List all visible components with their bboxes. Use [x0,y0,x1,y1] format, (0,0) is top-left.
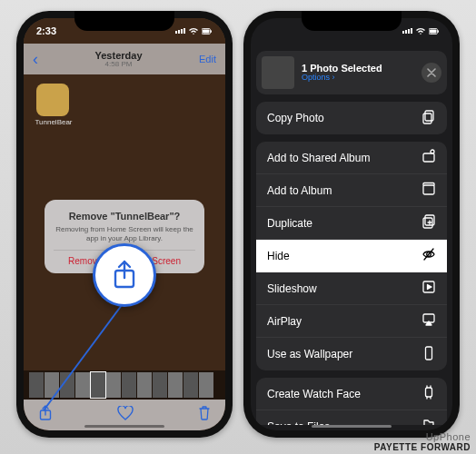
thumb-selected[interactable] [91,372,105,398]
action-label: AirPlay [267,315,302,328]
action-add-to-shared-album[interactable]: Add to Shared Album [256,142,447,174]
copy-icon [421,110,436,124]
app-icon-tunnelbear[interactable] [36,84,69,116]
svg-rect-13 [423,185,434,194]
close-button[interactable] [421,63,441,83]
action-list[interactable]: Copy PhotoAdd to Shared AlbumAdd to Albu… [256,102,447,425]
action-save-to-files[interactable]: Save to Files [256,410,447,425]
slideshow-icon [421,280,436,294]
status-time: 2:33 [36,25,56,36]
files-icon [421,418,436,425]
thumb[interactable] [106,372,121,398]
thumb[interactable] [29,372,44,398]
shared-album-icon [421,149,436,163]
action-label: Use as Wallpaper [267,348,352,360]
photos-navbar: ‹ Yesterday 4:58 PM Edit [24,44,225,74]
svg-rect-11 [423,153,434,162]
close-icon [427,68,436,77]
svg-rect-2 [211,30,212,33]
share-icon [111,260,138,291]
nav-title-block: Yesterday 4:58 PM [95,50,143,69]
svg-point-12 [431,150,434,153]
thumb[interactable] [137,372,152,398]
action-slideshow[interactable]: Slideshow [256,272,447,305]
album-icon [421,182,436,196]
wallpaper-icon [421,346,436,360]
action-group: Copy Photo [256,102,447,134]
thumb[interactable] [60,372,74,398]
action-copy-photo[interactable]: Copy Photo [256,102,447,134]
action-label: Copy Photo [267,112,324,124]
stage: 2:33 ‹ Yesterday 4:58 PM Edit TunnelBear… [0,0,476,454]
thumb[interactable] [183,372,198,398]
battery-icon [429,27,440,35]
status-icons [175,27,213,35]
favorite-button[interactable] [117,406,134,424]
action-label: Hide [267,250,290,262]
nav-subtitle: 4:58 PM [95,61,143,69]
airplay-icon [421,312,436,327]
share-sheet-header: 1 Photo Selected Options › [256,51,447,94]
action-label: Create Watch Face [267,388,361,400]
svg-rect-21 [426,388,432,397]
alert-body: Removing from Home Screen will keep the … [54,225,195,242]
watch-icon [421,385,436,400]
app-label: TunnelBear [31,118,76,126]
edit-button[interactable]: Edit [199,54,216,64]
action-duplicate[interactable]: Duplicate [256,207,447,240]
thumb[interactable] [75,372,90,398]
status-icons [402,27,440,35]
selected-thumb [262,56,294,89]
action-use-as-wallpaper[interactable]: Use as Wallpaper [256,338,447,370]
action-airplay[interactable]: AirPlay [256,305,447,338]
notch [74,11,174,31]
hide-icon [421,247,436,262]
watermark-line2: PAYETTE FORWARD [374,442,471,452]
phone-right: 1 Photo Selected Options › Copy PhotoAdd… [243,11,460,438]
trash-button[interactable] [198,406,211,424]
svg-rect-8 [438,30,439,33]
options-button[interactable]: Options › [302,74,414,83]
signal-icon [402,28,412,34]
svg-rect-1 [203,29,209,33]
duplicate-icon [421,214,436,229]
share-callout [93,243,156,307]
svg-line-17 [424,249,433,260]
action-add-to-album[interactable]: Add to Album [256,174,447,207]
nav-title: Yesterday [95,50,143,61]
action-group: Add to Shared AlbumAdd to AlbumDuplicate… [256,142,447,370]
svg-rect-7 [430,29,436,33]
thumb[interactable] [122,372,136,398]
filmstrip[interactable] [24,370,225,400]
wifi-icon [188,27,199,35]
wifi-icon [415,27,426,35]
thumb[interactable] [45,372,59,398]
battery-icon [202,27,213,35]
action-hide[interactable]: Hide [256,240,447,272]
thumb[interactable] [168,372,183,398]
notch [302,11,402,31]
signal-icon [175,28,185,34]
screen-left: 2:33 ‹ Yesterday 4:58 PM Edit TunnelBear… [24,18,225,430]
alert-title: Remove "TunnelBear"? [54,211,195,222]
screen-right: 1 Photo Selected Options › Copy PhotoAdd… [251,18,452,430]
action-label: Duplicate [267,217,312,230]
chevron-right-icon: › [332,73,335,82]
share-button[interactable] [38,405,53,425]
action-label: Add to Shared Album [267,152,370,164]
phone-left: 2:33 ‹ Yesterday 4:58 PM Edit TunnelBear… [16,11,233,438]
action-label: Slideshow [267,282,317,295]
action-create-watch-face[interactable]: Create Watch Face [256,378,447,410]
thumb[interactable] [153,372,167,398]
action-label: Add to Album [267,184,332,197]
home-indicator[interactable] [84,425,164,428]
svg-rect-20 [426,347,432,360]
action-group: Create Watch FaceSave to FilesAssign to … [256,378,447,425]
home-indicator[interactable] [312,425,392,428]
back-button[interactable]: ‹ [33,50,38,69]
thumb[interactable] [199,372,213,398]
